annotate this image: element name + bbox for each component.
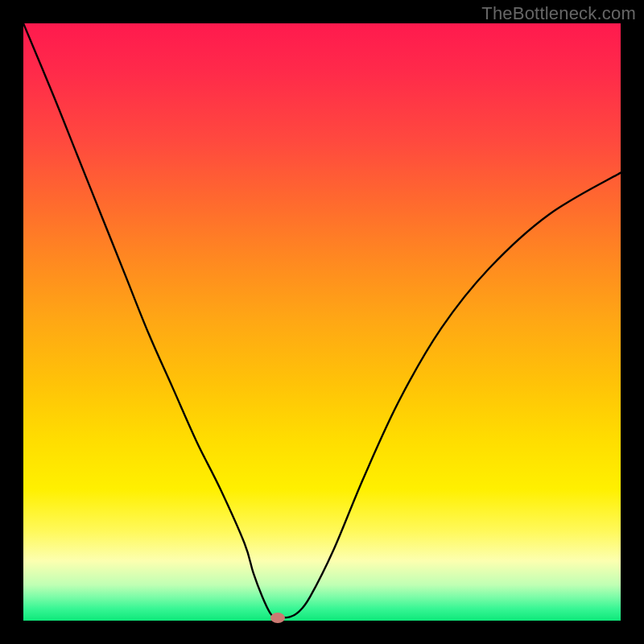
watermark-text: TheBottleneck.com: [481, 3, 636, 24]
chart-frame: TheBottleneck.com: [0, 0, 644, 644]
plot-area: [23, 23, 621, 621]
optimum-marker: [270, 613, 285, 623]
bottleneck-curve: [23, 23, 621, 618]
curve-svg: [23, 23, 621, 621]
